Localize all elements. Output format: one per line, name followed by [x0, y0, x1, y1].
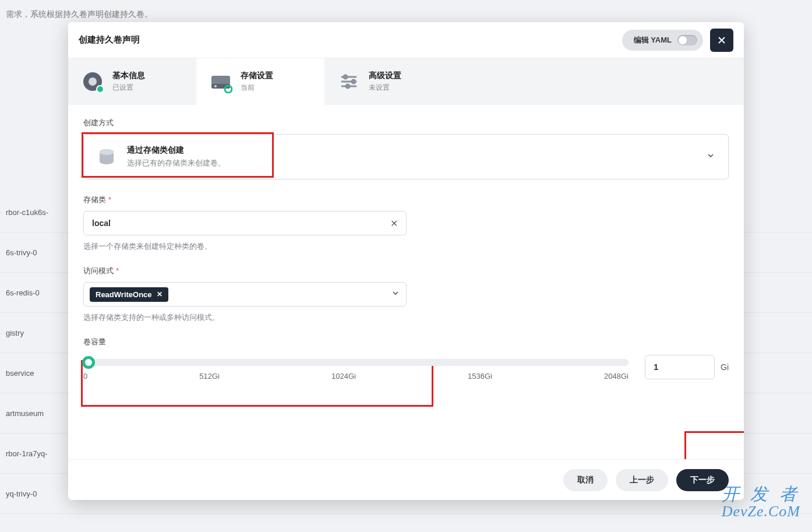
wizard-tabs: 基本信息 已设置 存储设置 当前 高级设置 未设置 — [68, 58, 744, 105]
record-icon — [81, 70, 104, 93]
prev-button[interactable]: 上一步 — [616, 469, 668, 491]
card-subtitle: 选择已有的存储类来创建卷。 — [127, 158, 225, 168]
tab-title: 存储设置 — [241, 71, 273, 81]
slider-ticks: 0 512Gi 1024Gi 1536Gi 2048Gi — [83, 372, 629, 380]
capacity-input[interactable] — [645, 355, 715, 379]
slider-handle[interactable] — [82, 356, 95, 369]
remove-tag-icon[interactable]: ✕ — [157, 290, 163, 298]
svg-point-5 — [214, 85, 217, 87]
tab-advanced-settings[interactable]: 高级设置 未设置 — [324, 58, 453, 105]
access-mode-select[interactable]: ReadWriteOnce ✕ — [83, 282, 407, 306]
close-button[interactable] — [710, 29, 733, 52]
edit-yaml-toggle[interactable]: 编辑 YAML — [622, 30, 703, 51]
svg-point-11 — [100, 149, 114, 155]
tab-sub: 未设置 — [369, 83, 401, 93]
modal-header: 创建持久卷声明 编辑 YAML — [68, 22, 744, 58]
capacity-field: 卷容量 0 512Gi 1024Gi 1536Gi 2048Gi — [83, 337, 729, 380]
clear-icon[interactable]: ✕ — [390, 218, 398, 229]
svg-point-7 — [344, 75, 347, 79]
svg-point-9 — [346, 84, 349, 88]
create-pvc-modal: 创建持久卷声明 编辑 YAML 基本信息 已设置 — [68, 22, 744, 500]
capacity-slider[interactable] — [83, 359, 629, 366]
required-star: * — [108, 195, 111, 204]
access-mode-label: 访问模式* — [83, 266, 729, 276]
storage-icon — [209, 70, 232, 93]
capacity-unit: Gi — [721, 362, 729, 372]
capacity-label: 卷容量 — [83, 337, 729, 347]
database-icon — [97, 147, 116, 167]
highlight-box — [684, 431, 744, 459]
yaml-label: 编辑 YAML — [634, 35, 672, 45]
required-star: * — [116, 266, 119, 275]
storage-class-input[interactable] — [92, 219, 384, 228]
modal-overlay: 创建持久卷声明 编辑 YAML 基本信息 已设置 — [0, 0, 812, 532]
storage-class-field: 存储类* ✕ 选择一个存储类来创建特定种类的卷。 — [83, 195, 729, 252]
svg-point-8 — [352, 80, 355, 83]
create-via-storageclass-card[interactable]: 通过存储类创建 选择已有的存储类来创建卷。 — [83, 134, 729, 179]
modal-body: 创建方式 通过存储类创建 选择已有的存储类来创建卷。 存储类* — [68, 105, 744, 459]
access-mode-help: 选择存储类支持的一种或多种访问模式。 — [83, 312, 729, 323]
creation-method-label: 创建方式 — [83, 118, 729, 128]
storage-class-label: 存储类* — [83, 195, 729, 205]
toggle-icon — [677, 35, 697, 45]
close-icon — [716, 35, 727, 45]
svg-point-1 — [89, 77, 97, 86]
tab-title: 基本信息 — [112, 71, 145, 81]
tab-title: 高级设置 — [369, 71, 401, 81]
tab-basic-info[interactable]: 基本信息 已设置 — [68, 58, 196, 105]
card-title: 通过存储类创建 — [127, 145, 225, 156]
next-button[interactable]: 下一步 — [676, 469, 729, 491]
tab-storage-settings[interactable]: 存储设置 当前 — [196, 58, 324, 105]
access-mode-tag: ReadWriteOnce ✕ — [90, 287, 168, 302]
chevron-down-icon — [391, 288, 400, 300]
chevron-down-icon — [706, 151, 715, 163]
modal-footer: 取消 上一步 下一步 — [68, 459, 744, 500]
modal-title: 创建持久卷声明 — [79, 34, 140, 45]
tab-sub: 当前 — [241, 83, 273, 93]
tab-sub: 已设置 — [112, 83, 145, 93]
access-mode-field: 访问模式* ReadWriteOnce ✕ 选择存储类支持的一种或多种访问模式。 — [83, 266, 729, 323]
sliders-icon — [337, 70, 361, 93]
storage-class-input-wrap[interactable]: ✕ — [83, 211, 407, 235]
cancel-button[interactable]: 取消 — [563, 469, 608, 491]
storage-class-help: 选择一个存储类来创建特定种类的卷。 — [83, 241, 729, 252]
svg-point-2 — [97, 86, 104, 93]
